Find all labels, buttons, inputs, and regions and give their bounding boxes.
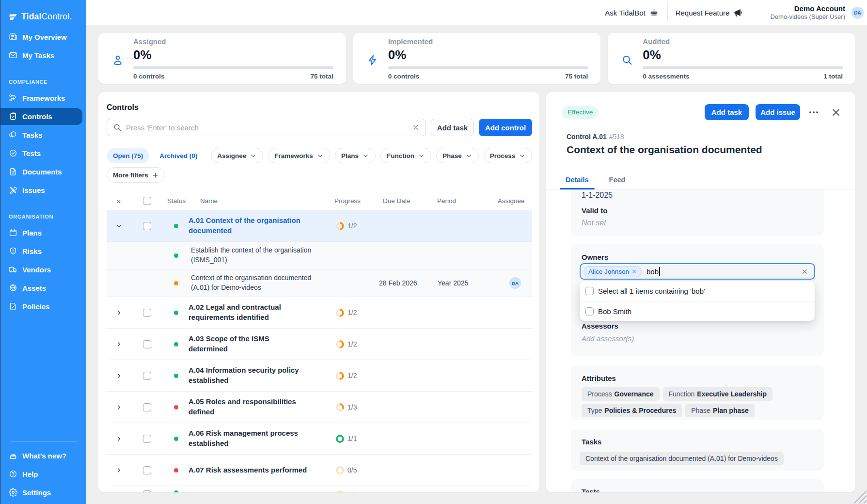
ask-tidalbot-button[interactable]: Ask TidalBot [605,8,658,17]
option-checkbox[interactable] [585,307,594,315]
tab-feed[interactable]: Feed [603,176,631,189]
stat-foot: 0 assessments 1 total [643,73,843,80]
control-name[interactable]: Context of the organisation documented (… [189,273,334,293]
resize-grip-icon[interactable] [839,489,867,504]
row-checkbox[interactable] [143,340,151,348]
topbar-right: Ask TidalBot Request Feature [605,4,867,21]
sidebar-item-policies[interactable]: Policies [0,297,86,315]
control-row[interactable]: A.05 Roles and responsibilities defined … [107,391,532,423]
row-checkbox[interactable] [143,466,151,474]
sidebar-item-my-tasks[interactable]: My Tasks [0,46,86,64]
expand-row-icon[interactable] [115,435,123,442]
control-name[interactable]: Establish the context of the organisatio… [189,246,334,265]
control-name[interactable]: A.06 Risk management process established [189,428,334,448]
filter-open[interactable]: Open (75) [107,148,149,163]
control-name[interactable]: A.03 Scope of the ISMS determined [189,334,334,354]
more-options-icon[interactable] [807,104,820,120]
filter-function[interactable]: Function [380,148,431,163]
control-row[interactable]: A.08 Risk treatment plan defined 0/2 [107,486,532,492]
attribute-pill-row: Process Governance Function Executive Le… [582,387,815,401]
header-checkbox-cell [131,197,156,205]
assessors-placeholder[interactable]: Add assessor(s) [582,334,815,343]
filter-phase[interactable]: Phase [436,148,479,163]
sidebar-item-assets[interactable]: Assets [0,279,86,297]
close-icon[interactable] [830,107,842,118]
task-pill[interactable]: Context of the organisation documented (… [580,452,784,465]
add-task-button[interactable]: Add task [431,119,474,136]
account-avatar[interactable]: DA [851,7,864,19]
filter-plans[interactable]: Plans [335,148,376,163]
row-checkbox[interactable] [143,490,151,492]
sidebar-item-risks[interactable]: Risks [0,242,86,260]
expand-row-icon[interactable] [115,467,123,474]
sidebar-item-frameworks[interactable]: Frameworks [0,89,86,107]
control-row[interactable]: A.07 Risk assessments performed 0/5 [107,454,532,486]
control-row[interactable]: A.01 Context of the organisation documen… [107,210,532,241]
control-row[interactable]: A.06 Risk management process established… [107,423,532,454]
control-name[interactable]: A.08 Risk treatment plan defined [189,490,334,492]
tab-details[interactable]: Details [560,176,595,189]
owner-tag-alice[interactable]: Alice Johnson ✕ [583,266,642,277]
detail-scroll-area[interactable]: 1-1-2025 Valid to Not set Owners Alice J… [546,189,855,492]
sidebar-item-whats-new[interactable]: What's new? [0,446,86,465]
select-all-option-checkbox[interactable] [585,287,594,295]
sidebar-item-label: Frameworks [22,94,65,102]
filter-archived[interactable]: Archived (0) [154,148,203,163]
status-dot-green [174,490,178,492]
control-subtask-row[interactable]: Establish the context of the organisatio… [107,241,532,269]
expand-row-icon[interactable] [115,309,123,316]
control-subtask-row[interactable]: Context of the organisation documented (… [107,269,532,297]
row-checkbox[interactable] [143,435,151,443]
sidebar-item-tests[interactable]: Tests [0,144,86,162]
sidebar-item-controls[interactable]: Controls [0,107,86,126]
control-name[interactable]: A.02 Legal and contractual requirements … [189,302,334,322]
control-name[interactable]: A.04 Information security policy establi… [189,365,334,385]
expand-row-icon[interactable] [115,341,123,348]
detail-add-issue-button[interactable]: Add issue [756,104,800,120]
add-control-button[interactable]: Add control [479,119,532,136]
filter-process[interactable]: Process [484,148,533,163]
search-clear-icon[interactable] [412,124,420,131]
sidebar-item-vendors[interactable]: Vendors [0,260,86,279]
control-name[interactable]: A.07 Risk assessments performed [189,465,334,475]
owners-input[interactable]: Alice Johnson ✕ bob [580,263,815,280]
select-all-checkbox[interactable] [143,197,151,205]
sidebar-item-tasks[interactable]: Tasks [0,126,86,144]
assignee-avatar[interactable]: DA [509,277,521,289]
detail-add-task-button[interactable]: Add task [705,104,749,120]
request-feature-button[interactable]: Request Feature [676,8,743,17]
filter-assignee[interactable]: Assignee [211,148,263,163]
sidebar-item-my-overview[interactable]: My Overview [0,28,86,46]
row-checkbox[interactable] [143,309,151,317]
more-filters-button[interactable]: More filters [107,167,165,183]
controls-search-input[interactable]: Press 'Enter' to search [107,119,426,136]
collapse-row-icon[interactable] [115,222,123,230]
remove-owner-icon[interactable]: ✕ [631,268,637,275]
control-row[interactable]: A.04 Information security policy establi… [107,360,532,391]
row-checkbox[interactable] [143,372,151,380]
control-row[interactable]: A.03 Scope of the ISMS determined 1/2 [107,328,532,360]
expand-row-icon[interactable] [115,490,123,492]
control-name[interactable]: A.05 Roles and responsibilities defined [189,397,334,417]
expand-row-icon[interactable] [115,404,123,411]
sidebar-item-documents[interactable]: Documents [0,162,86,181]
dropdown-select-all[interactable]: Select all 1 items containing 'bob' [580,281,815,301]
expand-all-icon[interactable]: » [117,197,121,205]
sidebar-item-plans[interactable]: Plans [0,223,86,242]
filter-frameworks[interactable]: Frameworks [268,148,330,163]
expand-row-icon[interactable] [115,372,123,379]
dot [809,111,811,113]
control-name[interactable]: A.01 Context of the organisation documen… [189,216,334,236]
sidebar-item-issues[interactable]: Issues [0,181,86,199]
control-row[interactable]: A.02 Legal and contractual requirements … [107,297,532,328]
status-dot-green [174,374,178,378]
owners-clear-icon[interactable] [801,268,808,275]
dropdown-option-bob-smith[interactable]: Bob Smith [580,301,815,321]
sidebar-section-compliance: COMPLIANCE [0,79,86,85]
account-info[interactable]: Demo Account Demo-videos (Super User) [770,4,845,21]
row-checkbox[interactable] [143,222,151,230]
row-checkbox[interactable] [143,403,151,411]
sidebar-item-help[interactable]: Help [0,465,86,483]
control-number: #518 [609,133,624,141]
sidebar-item-settings[interactable]: Settings [0,483,86,502]
